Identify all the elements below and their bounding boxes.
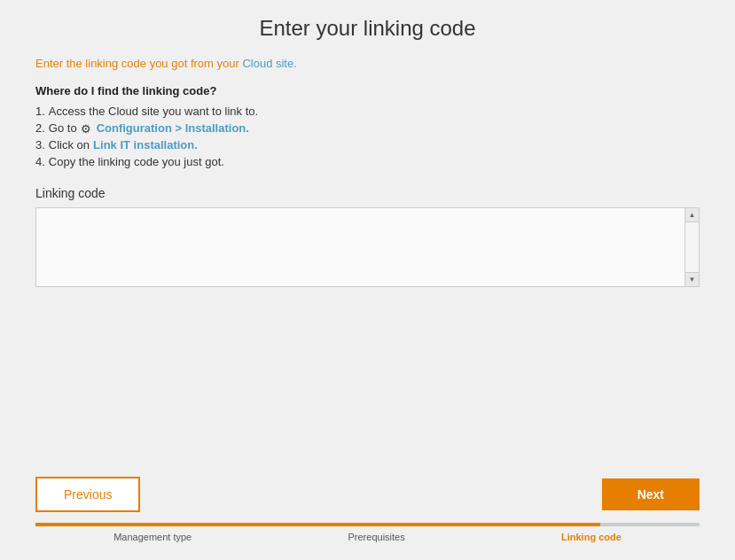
step-2-number: 2. bbox=[35, 121, 45, 135]
step-3-text: Click on bbox=[49, 138, 90, 152]
step-1-text: Access the Cloud site you want to link t… bbox=[49, 105, 258, 118]
step-label-linking: Linking code bbox=[561, 532, 622, 542]
linking-code-label: Linking code bbox=[35, 186, 700, 200]
code-input[interactable] bbox=[36, 208, 683, 286]
intro-prefix: Enter the linking code you got from your bbox=[35, 57, 242, 70]
gear-icon: ⚙ bbox=[81, 122, 93, 135]
previous-button[interactable]: Previous bbox=[35, 477, 140, 512]
step-label-management: Management type bbox=[113, 532, 192, 542]
next-button[interactable]: Next bbox=[602, 478, 700, 510]
page-title: Enter your linking code bbox=[259, 16, 475, 41]
step-4-number: 4. bbox=[35, 155, 45, 168]
step-2: 2. Go to ⚙ Configuration > Installation. bbox=[35, 121, 700, 135]
intro-text: Enter the linking code you got from your… bbox=[35, 57, 700, 70]
step-3: 3. Click on Link IT installation. bbox=[35, 138, 700, 152]
scrollbar: ▲ ▼ bbox=[684, 208, 699, 286]
footer: Previous Next Management type Prerequisi… bbox=[0, 477, 735, 560]
step-3-number: 3. bbox=[35, 138, 45, 152]
step-label-prerequisites: Prerequisites bbox=[348, 532, 405, 542]
step-4: 4. Copy the linking code you just got. bbox=[35, 155, 700, 168]
step-2-text: Go to bbox=[49, 121, 77, 135]
page-container: Enter your linking code Enter the linkin… bbox=[0, 0, 735, 560]
progress-track bbox=[35, 523, 700, 526]
code-textarea-wrapper: ▲ ▼ bbox=[35, 207, 700, 287]
scroll-up-arrow[interactable]: ▲ bbox=[685, 208, 699, 222]
step-1: 1. Access the Cloud site you want to lin… bbox=[35, 105, 700, 118]
buttons-row: Previous Next bbox=[35, 477, 700, 512]
link-it-link[interactable]: Link IT installation. bbox=[93, 138, 198, 152]
progress-labels: Management type Prerequisites Linking co… bbox=[35, 532, 700, 542]
cloud-site-link[interactable]: Cloud site. bbox=[242, 57, 296, 70]
progress-filled bbox=[35, 523, 600, 526]
step-4-text: Copy the linking code you just got. bbox=[49, 155, 224, 168]
scroll-down-arrow[interactable]: ▼ bbox=[685, 272, 699, 286]
step-1-number: 1. bbox=[35, 105, 45, 118]
faq-heading: Where do I find the linking code? bbox=[35, 84, 700, 97]
progress-bar-container: Management type Prerequisites Linking co… bbox=[35, 523, 700, 542]
content-area: Enter the linking code you got from your… bbox=[35, 57, 700, 287]
configuration-link[interactable]: Configuration > Installation. bbox=[97, 121, 249, 135]
steps-list: 1. Access the Cloud site you want to lin… bbox=[35, 105, 700, 168]
scrollbar-track[interactable] bbox=[685, 222, 699, 272]
